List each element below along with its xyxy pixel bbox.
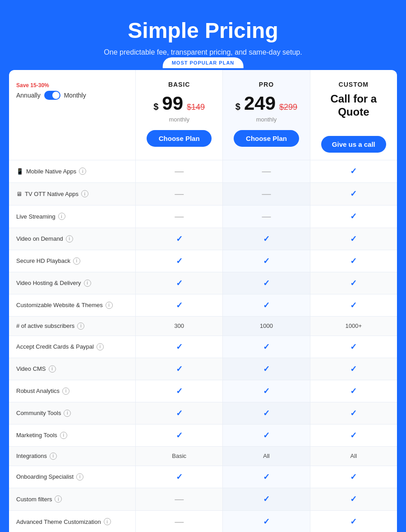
check-mark: ✓ — [263, 256, 270, 266]
pro-feature-cell: ✓ — [222, 425, 309, 446]
basic-choose-plan-button[interactable]: Choose Plan — [147, 130, 212, 147]
custom-feature-cell: ✓ — [310, 160, 397, 182]
feature-value: Basic — [172, 453, 186, 459]
custom-plan-header: CUSTOM Call for a Quote Give us a call — [310, 70, 397, 160]
pro-feature-cell: ✓ — [222, 380, 309, 402]
annually-label: Annually — [16, 92, 41, 99]
table-row: 📱 Mobile Native Apps i——✓ — [9, 160, 397, 183]
pricing-container: MOST POPULAR PLAN Save 15-30% Annually M… — [9, 70, 397, 532]
info-icon[interactable]: i — [66, 235, 73, 243]
custom-feature-cell: ✓ — [310, 488, 397, 510]
pro-feature-cell: ✓ — [222, 511, 309, 532]
feature-name: Video CMS i — [9, 358, 135, 380]
check-mark: ✓ — [350, 408, 357, 418]
check-mark: ✓ — [263, 472, 270, 482]
info-icon[interactable]: i — [84, 280, 91, 287]
check-mark: ✓ — [176, 278, 183, 288]
table-row: Video on Demand i✓✓✓ — [9, 228, 397, 250]
table-row: Marketing Tools i✓✓✓ — [9, 425, 397, 447]
page-wrapper: Simple Pricing One predictable fee, tran… — [0, 0, 406, 532]
check-mark: ✓ — [350, 517, 357, 527]
table-row: Onboarding Specialist i✓✓✓ — [9, 466, 397, 488]
basic-feature-cell: — — [135, 511, 222, 532]
feature-name: Secure HD Playback i — [9, 250, 135, 272]
table-row: 🖥 TV OTT Native Apps i——✓ — [9, 183, 397, 205]
basic-feature-cell: ✓ — [135, 402, 222, 424]
table-row: # of active subscribers i30010001000+ — [9, 317, 397, 336]
table-row: Community Tools i✓✓✓ — [9, 402, 397, 425]
check-mark: ✓ — [176, 364, 183, 374]
check-mark: ✓ — [350, 211, 357, 221]
info-icon[interactable]: i — [77, 322, 84, 330]
check-mark: ✓ — [350, 278, 357, 288]
dash-mark: — — [262, 189, 271, 199]
pro-price: 249 — [244, 93, 276, 114]
check-mark: ✓ — [176, 256, 183, 266]
feature-name: Video Hosting & Delivery i — [9, 272, 135, 294]
info-icon[interactable]: i — [58, 213, 65, 220]
billing-toggle[interactable] — [44, 91, 60, 100]
info-icon[interactable]: i — [81, 190, 88, 197]
custom-cta-button[interactable]: Give us a call — [321, 136, 386, 153]
custom-feature-cell: ✓ — [310, 294, 397, 316]
info-icon[interactable]: i — [62, 387, 69, 395]
basic-feature-cell: ✓ — [135, 294, 222, 316]
info-icon[interactable]: i — [106, 302, 113, 309]
most-popular-badge: MOST POPULAR PLAN — [163, 57, 244, 68]
table-row: Video Hosting & Delivery i✓✓✓ — [9, 272, 397, 294]
basic-feature-cell: ✓ — [135, 250, 222, 272]
info-icon[interactable]: i — [79, 168, 86, 175]
basic-feature-cell: — — [135, 205, 222, 228]
table-row: Accept Credit Cards & Paypal i✓✓✓ — [9, 336, 397, 358]
info-icon[interactable]: i — [49, 365, 56, 373]
feature-name: Robust Analytics i — [9, 380, 135, 402]
info-icon[interactable]: i — [73, 257, 80, 265]
pro-choose-plan-button[interactable]: Choose Plan — [234, 130, 299, 147]
custom-feature-cell: 1000+ — [310, 317, 397, 336]
save-label: Save 15-30% — [16, 82, 49, 89]
pro-feature-cell: ✓ — [222, 336, 309, 358]
custom-feature-cell: ✓ — [310, 228, 397, 250]
table-row: Live Streaming i——✓ — [9, 205, 397, 228]
info-icon[interactable]: i — [64, 410, 71, 417]
feature-name: Video on Demand i — [9, 228, 135, 250]
check-mark: ✓ — [176, 472, 183, 482]
feature-name: # of active subscribers i — [9, 317, 135, 336]
basic-feature-cell: ✓ — [135, 228, 222, 250]
check-mark: ✓ — [176, 342, 183, 352]
custom-price: Call for a Quote — [318, 93, 390, 119]
check-mark: ✓ — [263, 386, 270, 396]
check-mark: ✓ — [176, 430, 183, 440]
feature-name: Community Tools i — [9, 402, 135, 424]
pro-feature-cell: ✓ — [222, 272, 309, 294]
check-mark: ✓ — [350, 256, 357, 266]
basic-plan-header: BASIC $ 99 $149 monthly Choose Plan — [135, 70, 222, 160]
page-title: Simple Pricing — [9, 18, 397, 43]
custom-feature-cell: ✓ — [310, 425, 397, 446]
info-icon[interactable]: i — [60, 432, 67, 439]
dash-mark: — — [175, 517, 184, 527]
info-icon[interactable]: i — [104, 518, 111, 525]
pro-feature-cell: ✓ — [222, 488, 309, 510]
check-mark: ✓ — [350, 234, 357, 244]
pro-feature-cell: — — [222, 205, 309, 228]
info-icon[interactable]: i — [50, 453, 57, 460]
basic-price: 99 — [162, 93, 183, 114]
check-mark: ✓ — [263, 408, 270, 418]
features-table: 📱 Mobile Native Apps i——✓🖥 TV OTT Native… — [9, 160, 397, 532]
pro-feature-cell: ✓ — [222, 466, 309, 488]
custom-feature-cell: ✓ — [310, 466, 397, 488]
check-mark: ✓ — [350, 430, 357, 440]
feature-value: All — [351, 453, 357, 459]
check-mark: ✓ — [176, 408, 183, 418]
info-icon[interactable]: i — [97, 343, 104, 350]
info-icon[interactable]: i — [76, 473, 83, 481]
basic-feature-cell: — — [135, 160, 222, 182]
pro-feature-cell: ✓ — [222, 228, 309, 250]
check-mark: ✓ — [263, 517, 270, 527]
check-mark: ✓ — [176, 300, 183, 310]
basic-feature-cell: — — [135, 488, 222, 510]
pro-feature-cell: — — [222, 160, 309, 182]
info-icon[interactable]: i — [55, 495, 62, 503]
feature-name: Live Streaming i — [9, 205, 135, 228]
